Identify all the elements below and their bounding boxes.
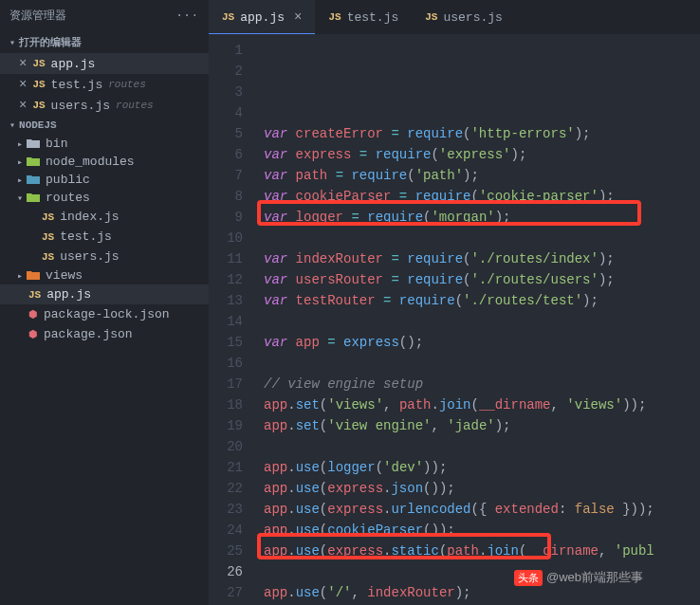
close-icon[interactable]: × — [19, 98, 27, 113]
code-line[interactable] — [254, 228, 700, 248]
code-line[interactable]: app.use(cookieParser()); — [254, 520, 700, 541]
watermark: 头条 @web前端那些事 — [514, 569, 643, 586]
code-area[interactable]: 1234567891011121314151617181920212223242… — [209, 34, 700, 605]
more-icon[interactable]: ··· — [175, 9, 199, 23]
code-line[interactable]: var logger = require('morgan'); — [254, 207, 700, 228]
js-icon: JS — [32, 58, 45, 69]
folder-routes[interactable]: routes — [0, 189, 209, 207]
tab[interactable]: JSapp.js× — [209, 0, 315, 34]
js-icon: JS — [42, 251, 54, 263]
tab-bar: JSapp.js×JStest.jsJSusers.js — [209, 0, 700, 34]
project-section[interactable]: NODEJS — [0, 116, 209, 135]
sidebar: 资源管理器 ··· 打开的编辑器 ×JSapp.js×JStest.jsrout… — [0, 0, 209, 605]
js-icon: JS — [328, 11, 341, 23]
js-icon: JS — [32, 79, 45, 90]
code-line[interactable]: app.use(logger('dev')); — [254, 457, 700, 478]
js-icon: JS — [42, 211, 54, 223]
open-editor-item[interactable]: ×JSapp.js — [0, 53, 209, 74]
file-item[interactable]: JStest.js — [0, 227, 209, 247]
code-line[interactable]: var app = express(); — [254, 332, 700, 353]
npm-icon: ⬢ — [28, 308, 38, 321]
code-line[interactable]: var express = require('express'); — [254, 144, 700, 165]
gutter: 1234567891011121314151617181920212223242… — [209, 34, 254, 605]
folder-icon — [27, 156, 40, 167]
code-line[interactable]: var testRouter = require('./routes/test'… — [254, 290, 700, 311]
folder-icon — [27, 138, 40, 149]
folder-icon — [27, 270, 40, 281]
explorer-title: 资源管理器 — [9, 8, 66, 24]
code-content[interactable]: var createError = require('http-errors')… — [254, 34, 700, 605]
code-line[interactable]: var cookieParser = require('cookie-parse… — [254, 186, 700, 207]
open-editor-item[interactable]: ×JSusers.jsroutes — [0, 95, 209, 116]
file-package-lock[interactable]: ⬢ package-lock.json — [0, 304, 209, 324]
js-icon: JS — [222, 11, 234, 23]
code-line[interactable] — [254, 353, 700, 374]
file-package-json[interactable]: ⬢ package.json — [0, 324, 209, 344]
code-line[interactable]: app.use(express.json()); — [254, 478, 700, 499]
code-line[interactable]: app.use(express.static(path.join(__dirna… — [254, 541, 700, 561]
npm-icon: ⬢ — [28, 328, 38, 340]
editor: JSapp.js×JStest.jsJSusers.js 12345678910… — [209, 0, 700, 605]
js-icon: JS — [28, 289, 41, 301]
js-icon: JS — [42, 231, 54, 243]
folder-public[interactable]: public — [0, 171, 209, 189]
code-line[interactable]: var indexRouter = require('./routes/inde… — [254, 248, 700, 269]
folder-icon — [27, 174, 40, 185]
open-editor-item[interactable]: ×JStest.jsroutes — [0, 74, 209, 95]
code-line[interactable]: app.set('view engine', 'jade'); — [254, 415, 700, 436]
file-item[interactable]: JSusers.js — [0, 247, 209, 266]
code-line[interactable]: // view engine setup — [254, 374, 700, 394]
tab[interactable]: JSusers.js — [412, 0, 516, 34]
code-line[interactable]: app.use(express.urlencoded({ extended: f… — [254, 499, 700, 520]
code-line[interactable]: app.set('views', path.join(__dirname, 'v… — [254, 394, 700, 415]
folder-bin[interactable]: bin — [0, 135, 209, 153]
folder-views[interactable]: views — [0, 266, 209, 284]
sidebar-header: 资源管理器 ··· — [0, 0, 209, 31]
code-line[interactable]: var path = require('path'); — [254, 165, 700, 186]
js-icon: JS — [425, 11, 437, 23]
open-editors-section[interactable]: 打开的编辑器 — [0, 31, 209, 53]
code-line[interactable] — [254, 436, 700, 457]
code-line[interactable]: var usersRouter = require('./routes/user… — [254, 269, 700, 290]
js-icon: JS — [32, 100, 45, 111]
tab[interactable]: JStest.js — [315, 0, 412, 34]
file-item[interactable]: JSindex.js — [0, 207, 209, 227]
close-icon[interactable]: × — [19, 56, 27, 71]
close-icon[interactable]: × — [19, 77, 27, 92]
code-line[interactable] — [254, 311, 700, 332]
code-line[interactable]: var createError = require('http-errors')… — [254, 123, 700, 144]
folder-icon — [27, 192, 40, 203]
folder-node-modules[interactable]: node_modules — [0, 153, 209, 171]
file-app-js[interactable]: JS app.js — [0, 284, 209, 304]
close-icon[interactable]: × — [294, 9, 302, 25]
